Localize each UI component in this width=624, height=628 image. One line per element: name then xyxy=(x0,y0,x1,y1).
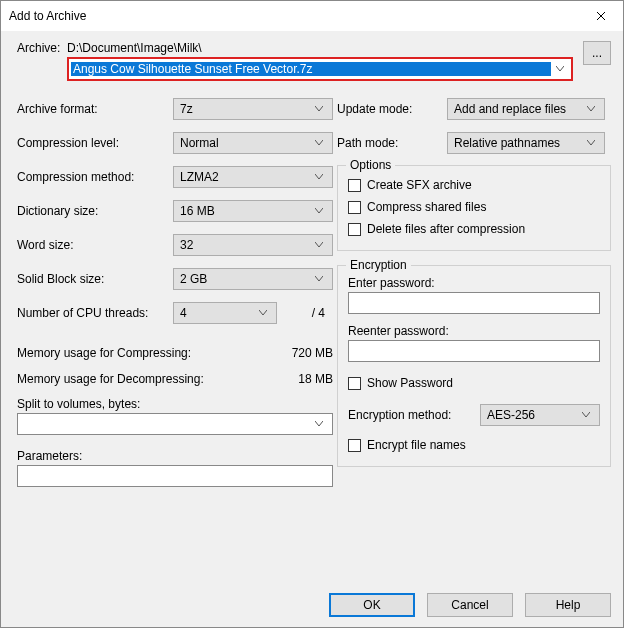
compression-level-select[interactable]: Normal xyxy=(173,132,333,154)
split-volumes-combo[interactable] xyxy=(17,413,333,435)
compression-method-label: Compression method: xyxy=(17,170,173,184)
chevron-down-icon xyxy=(310,208,328,214)
encryption-group: Encryption Enter password: Reenter passw… xyxy=(337,265,611,467)
word-size-select[interactable]: 32 xyxy=(173,234,333,256)
chevron-down-icon xyxy=(582,106,600,112)
update-mode-label: Update mode: xyxy=(337,102,447,116)
chevron-down-icon xyxy=(582,140,600,146)
path-mode-label: Path mode: xyxy=(337,136,447,150)
dictionary-size-label: Dictionary size: xyxy=(17,204,173,218)
checkbox-icon xyxy=(348,201,361,214)
chevron-down-icon xyxy=(310,242,328,248)
archive-format-value: 7z xyxy=(180,102,193,116)
help-button[interactable]: Help xyxy=(525,593,611,617)
solid-block-size-value: 2 GB xyxy=(180,272,207,286)
options-group: Options Create SFX archive Compress shar… xyxy=(337,165,611,251)
compression-level-label: Compression level: xyxy=(17,136,173,150)
word-size-label: Word size: xyxy=(17,238,173,252)
ok-button[interactable]: OK xyxy=(329,593,415,617)
mem-decompress-label: Memory usage for Decompressing: xyxy=(17,372,204,386)
reenter-password-input[interactable] xyxy=(348,340,600,362)
chevron-down-icon xyxy=(310,106,328,112)
archive-filename-combo[interactable] xyxy=(67,57,573,81)
compression-method-value: LZMA2 xyxy=(180,170,219,184)
solid-block-size-select[interactable]: 2 GB xyxy=(173,268,333,290)
cpu-threads-select[interactable]: 4 xyxy=(173,302,277,324)
right-column: Update mode: Add and replace files Path … xyxy=(337,97,611,487)
parameters-input[interactable] xyxy=(17,465,333,487)
chevron-down-icon xyxy=(310,276,328,282)
word-size-value: 32 xyxy=(180,238,193,252)
parameters-label: Parameters: xyxy=(17,449,337,463)
checkbox-icon xyxy=(348,179,361,192)
create-sfx-checkbox[interactable]: Create SFX archive xyxy=(348,174,600,196)
cpu-threads-label: Number of CPU threads: xyxy=(17,306,173,320)
close-button[interactable] xyxy=(581,1,621,31)
solid-block-size-label: Solid Block size: xyxy=(17,272,173,286)
encryption-title: Encryption xyxy=(346,258,411,272)
encrypt-filenames-label: Encrypt file names xyxy=(367,438,466,452)
mem-compress-value: 720 MB xyxy=(292,346,333,360)
path-mode-value: Relative pathnames xyxy=(454,136,560,150)
options-title: Options xyxy=(346,158,395,172)
chevron-down-icon xyxy=(310,140,328,146)
browse-button[interactable]: ... xyxy=(583,41,611,65)
dictionary-size-value: 16 MB xyxy=(180,204,215,218)
encryption-method-value: AES-256 xyxy=(487,408,535,422)
dictionary-size-select[interactable]: 16 MB xyxy=(173,200,333,222)
cancel-button[interactable]: Cancel xyxy=(427,593,513,617)
checkbox-icon xyxy=(348,377,361,390)
archive-path: D:\Document\Image\Milk\ xyxy=(67,41,573,57)
compression-method-select[interactable]: LZMA2 xyxy=(173,166,333,188)
left-column: Archive format: 7z Compression level: No… xyxy=(17,97,337,487)
archive-filename-input[interactable] xyxy=(71,62,551,76)
cpu-threads-value: 4 xyxy=(180,306,187,320)
chevron-down-icon xyxy=(551,66,569,72)
encryption-method-select[interactable]: AES-256 xyxy=(480,404,600,426)
split-volumes-label: Split to volumes, bytes: xyxy=(17,397,337,411)
chevron-down-icon xyxy=(310,174,328,180)
cpu-threads-total: / 4 xyxy=(287,306,325,320)
chevron-down-icon xyxy=(577,412,595,418)
compress-shared-label: Compress shared files xyxy=(367,200,486,214)
update-mode-select[interactable]: Add and replace files xyxy=(447,98,605,120)
enter-password-input[interactable] xyxy=(348,292,600,314)
create-sfx-label: Create SFX archive xyxy=(367,178,472,192)
checkbox-icon xyxy=(348,223,361,236)
dialog-title: Add to Archive xyxy=(9,9,86,23)
archive-format-label: Archive format: xyxy=(17,102,173,116)
dialog-body: Archive: D:\Document\Image\Milk\ ... Arc… xyxy=(1,31,623,493)
titlebar: Add to Archive xyxy=(1,1,623,31)
chevron-down-icon xyxy=(310,421,328,427)
mem-decompress-value: 18 MB xyxy=(298,372,333,386)
archive-format-select[interactable]: 7z xyxy=(173,98,333,120)
update-mode-value: Add and replace files xyxy=(454,102,566,116)
add-to-archive-dialog: Add to Archive Archive: D:\Document\Imag… xyxy=(0,0,624,628)
close-icon xyxy=(596,11,606,21)
encryption-method-label: Encryption method: xyxy=(348,408,480,422)
dialog-buttons: OK Cancel Help xyxy=(329,593,611,617)
delete-after-checkbox[interactable]: Delete files after compression xyxy=(348,218,600,240)
show-password-checkbox[interactable]: Show Password xyxy=(348,372,600,394)
archive-label: Archive: xyxy=(17,41,67,55)
compression-level-value: Normal xyxy=(180,136,219,150)
compress-shared-checkbox[interactable]: Compress shared files xyxy=(348,196,600,218)
delete-after-label: Delete files after compression xyxy=(367,222,525,236)
encrypt-filenames-checkbox[interactable]: Encrypt file names xyxy=(348,434,600,456)
chevron-down-icon xyxy=(254,310,272,316)
mem-compress-label: Memory usage for Compressing: xyxy=(17,346,191,360)
checkbox-icon xyxy=(348,439,361,452)
show-password-label: Show Password xyxy=(367,376,453,390)
enter-password-label: Enter password: xyxy=(348,276,600,290)
path-mode-select[interactable]: Relative pathnames xyxy=(447,132,605,154)
reenter-password-label: Reenter password: xyxy=(348,324,600,338)
